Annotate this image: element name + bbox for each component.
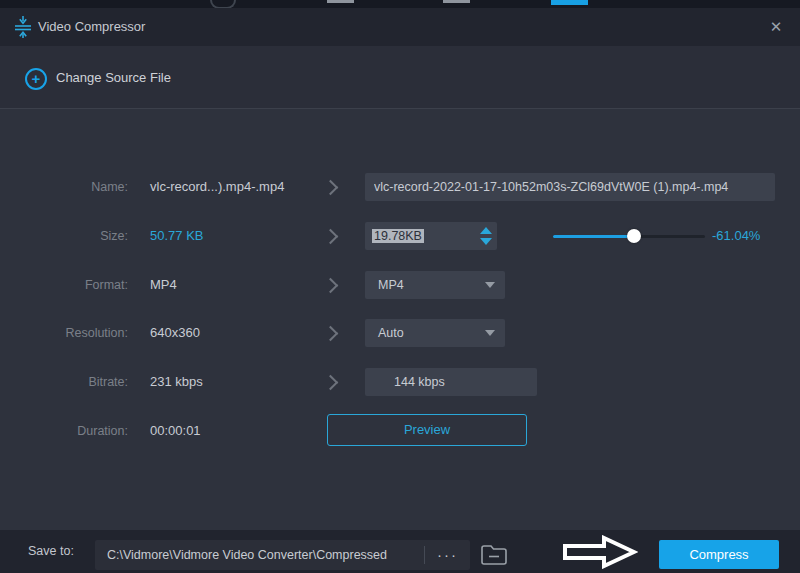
resolution-current-value: 640x360 <box>150 319 200 347</box>
background-active-tab-underline <box>551 0 588 5</box>
chevron-right-icon <box>323 278 339 294</box>
size-slider[interactable] <box>553 232 705 240</box>
resolution-select[interactable]: Auto <box>365 319 505 347</box>
background-tab-underline <box>443 0 470 3</box>
change-source-file-label: Change Source File <box>56 46 171 109</box>
dialog-titlebar: Video Compressor ✕ <box>0 8 800 46</box>
settings-panel: Name: vlc-record...).mp4-.mp4 Size: 50.7… <box>0 110 800 530</box>
name-input[interactable] <box>365 173 775 201</box>
folder-icon <box>480 543 508 567</box>
size-slider-fill <box>553 235 634 238</box>
resolution-select-value: Auto <box>378 326 404 340</box>
video-compressor-icon <box>13 16 33 38</box>
compress-button[interactable]: Compress <box>659 540 779 569</box>
size-input[interactable]: 19.78KB <box>365 222 497 250</box>
save-to-label: Save to: <box>28 530 74 573</box>
format-select-value: MP4 <box>378 278 404 292</box>
name-current-value: vlc-record...).mp4-.mp4 <box>150 173 284 201</box>
save-path-input[interactable]: C:\Vidmore\Vidmore Video Converter\Compr… <box>95 548 424 562</box>
dialog-title: Video Compressor <box>38 8 145 46</box>
bitrate-label: Bitrate: <box>0 368 128 396</box>
size-input-selected-text: 19.78KB <box>372 229 424 243</box>
change-source-file-button[interactable]: + Change Source File <box>25 46 225 109</box>
background-tab-underline <box>327 0 354 3</box>
browse-ellipsis-button[interactable]: ··· <box>425 540 470 570</box>
chevron-right-icon <box>323 375 339 391</box>
format-row: Format: MP4 MP4 <box>0 271 800 299</box>
chevron-right-icon <box>323 229 339 245</box>
video-compressor-dialog: Video Compressor ✕ + Change Source File … <box>0 0 800 573</box>
save-path-box: C:\Vidmore\Vidmore Video Converter\Compr… <box>95 540 470 570</box>
size-current-value: 50.77 KB <box>150 222 204 250</box>
chevron-down-icon <box>485 282 495 288</box>
duration-label: Duration: <box>0 417 128 445</box>
size-slider-thumb[interactable] <box>627 229 641 243</box>
chevron-right-icon <box>323 326 339 342</box>
background-window-edge <box>0 0 800 8</box>
footer-bar: Save to: C:\Vidmore\Vidmore Video Conver… <box>0 530 800 573</box>
stepper-down-icon[interactable] <box>480 238 492 245</box>
plus-circle-icon: + <box>25 68 47 90</box>
stepper-up-icon[interactable] <box>480 227 492 234</box>
chevron-right-icon <box>323 180 339 196</box>
open-folder-button[interactable] <box>480 543 512 569</box>
name-row: Name: vlc-record...).mp4-.mp4 <box>0 173 800 201</box>
size-label: Size: <box>0 222 128 250</box>
format-label: Format: <box>0 271 128 299</box>
bitrate-row: Bitrate: 231 kbps 144 kbps <box>0 368 800 396</box>
pointer-arrow-annotation <box>562 535 638 569</box>
source-header: + Change Source File <box>0 46 800 109</box>
chevron-down-icon <box>485 330 495 336</box>
format-current-value: MP4 <box>150 271 177 299</box>
duration-current-value: 00:00:01 <box>150 417 201 445</box>
name-label: Name: <box>0 173 128 201</box>
format-select[interactable]: MP4 <box>365 271 505 299</box>
size-row: Size: 50.77 KB 19.78KB -61.04% <box>0 222 800 250</box>
bitrate-current-value: 231 kbps <box>150 368 203 396</box>
resolution-row: Resolution: 640x360 Auto <box>0 319 800 347</box>
resolution-label: Resolution: <box>0 319 128 347</box>
size-reduction-percent: -61.04% <box>712 222 760 250</box>
preview-button[interactable]: Preview <box>327 414 527 446</box>
close-icon[interactable]: ✕ <box>764 8 788 46</box>
bitrate-input[interactable]: 144 kbps <box>365 368 537 396</box>
size-stepper[interactable] <box>479 226 493 246</box>
